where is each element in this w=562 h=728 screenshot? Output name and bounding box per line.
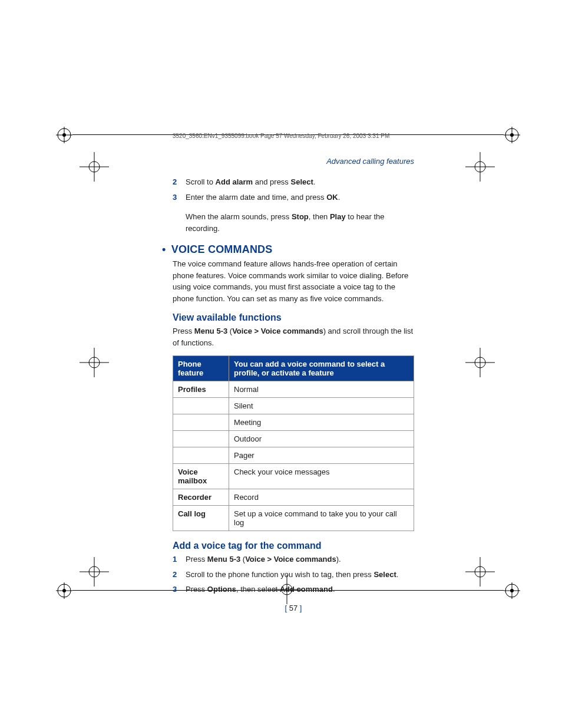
table-cell-feature xyxy=(173,414,229,431)
crosshair-icon xyxy=(80,348,109,377)
table-header: Phone feature xyxy=(173,356,229,381)
table-row: Outdoor xyxy=(173,431,414,447)
heading-add-voice-tag: Add a voice tag for the command xyxy=(173,541,414,551)
step-number: 2 xyxy=(173,569,177,581)
step-text: Press Menu 5-3 (Voice > Voice commands). xyxy=(186,555,341,564)
step-number: 1 xyxy=(173,554,177,565)
table-row: Meeting xyxy=(173,414,414,431)
registration-mark-icon xyxy=(56,127,72,143)
table-cell-value: Set up a voice command to take you to yo… xyxy=(229,506,414,531)
table-cell-value: Meeting xyxy=(229,414,414,431)
step-number: 3 xyxy=(173,192,177,203)
step-item: 3 Enter the alarm date and time, and pre… xyxy=(173,192,414,203)
steps-bottom: 1 Press Menu 5-3 (Voice > Voice commands… xyxy=(173,554,414,595)
step-text: Enter the alarm date and time, and press… xyxy=(186,193,340,202)
step-sub-text: When the alarm sounds, press Stop, then … xyxy=(173,211,414,234)
step-text: Scroll to Add alarm and press Select. xyxy=(186,177,315,186)
table-header: You can add a voice command to select a … xyxy=(229,356,414,381)
crosshair-icon xyxy=(80,557,109,587)
table-cell-feature xyxy=(173,447,229,464)
table-row: Pager xyxy=(173,447,414,464)
crosshair-icon xyxy=(80,152,109,182)
body-paragraph: The voice command feature allows hands-f… xyxy=(173,258,414,304)
step-item: 3 Press Options, then select Add command… xyxy=(173,584,414,595)
page-number: [ 57 ] xyxy=(173,604,414,612)
table-row: Call logSet up a voice command to take y… xyxy=(173,506,414,531)
crosshair-icon xyxy=(465,348,495,377)
section-label: Advanced calling features xyxy=(173,157,414,166)
table-cell-feature: Voice mailbox xyxy=(173,464,229,489)
table-cell-value: Normal xyxy=(229,381,414,398)
page-content: 3520_3560.ENv1_9355099.book Page 57 Wedn… xyxy=(173,133,414,612)
table-row: ProfilesNormal xyxy=(173,381,414,398)
registration-mark-icon xyxy=(504,127,520,143)
print-slug: 3520_3560.ENv1_9355099.book Page 57 Wedn… xyxy=(173,133,414,139)
heading-voice-commands: • VOICE COMMANDS xyxy=(162,243,414,256)
table-cell-feature: Call log xyxy=(173,506,229,531)
crosshair-icon xyxy=(465,152,495,182)
step-text: Scroll to the phone function you wish to… xyxy=(186,570,398,579)
table-cell-value: Outdoor xyxy=(229,431,414,447)
step-item: 1 Press Menu 5-3 (Voice > Voice commands… xyxy=(173,554,414,565)
table-cell-feature xyxy=(173,398,229,414)
heading-view-functions: View available functions xyxy=(173,312,414,323)
step-item: 2 Scroll to the phone function you wish … xyxy=(173,569,414,581)
steps-top: 2 Scroll to Add alarm and press Select. … xyxy=(173,176,414,203)
table-cell-value: Pager xyxy=(229,447,414,464)
step-text: Press Options, then select Add command. xyxy=(186,585,335,594)
table-cell-value: Record xyxy=(229,489,414,506)
step-item: 2 Scroll to Add alarm and press Select. xyxy=(173,176,414,188)
registration-mark-icon xyxy=(504,582,520,599)
table-row: Silent xyxy=(173,398,414,414)
registration-mark-icon xyxy=(56,582,72,599)
crosshair-icon xyxy=(465,557,495,587)
table-cell-value: Silent xyxy=(229,398,414,414)
table-cell-feature: Recorder xyxy=(173,489,229,506)
body-paragraph: Press Menu 5-3 (Voice > Voice commands) … xyxy=(173,325,414,348)
step-number: 3 xyxy=(173,584,177,595)
voice-commands-table: Phone feature You can add a voice comman… xyxy=(173,355,414,531)
table-row: RecorderRecord xyxy=(173,489,414,506)
table-cell-feature xyxy=(173,431,229,447)
step-number: 2 xyxy=(173,176,177,188)
table-cell-value: Check your voice messages xyxy=(229,464,414,489)
table-row: Voice mailboxCheck your voice messages xyxy=(173,464,414,489)
table-cell-feature: Profiles xyxy=(173,381,229,398)
